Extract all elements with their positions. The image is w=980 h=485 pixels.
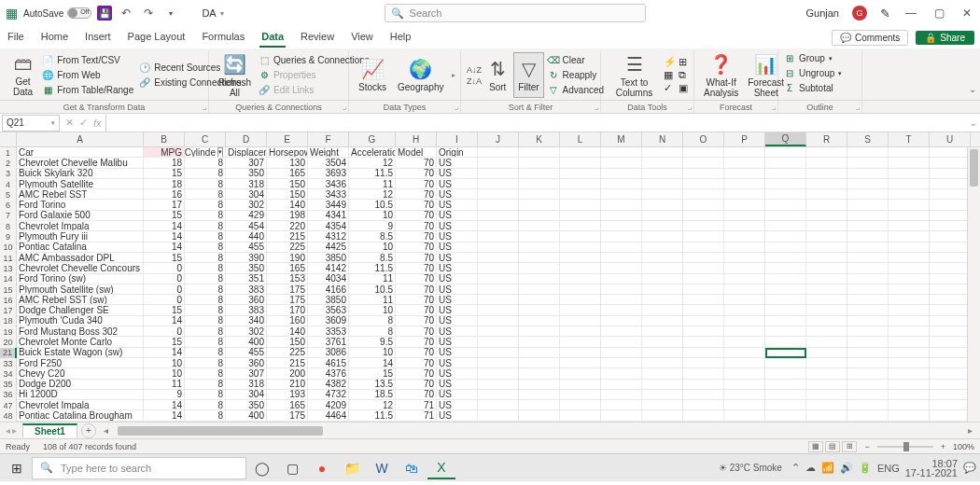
row-header[interactable]: 47 <box>0 400 17 410</box>
cell[interactable] <box>930 242 971 253</box>
row-header[interactable]: 13 <box>0 263 17 273</box>
cell[interactable] <box>601 253 642 263</box>
group-button[interactable]: ⊞Group▾ <box>784 52 856 65</box>
wifi-icon[interactable]: 📶 <box>821 462 834 474</box>
whatif-analysis[interactable]: ❓What-If Analysis <box>700 52 742 98</box>
cell[interactable]: 0 <box>144 295 185 305</box>
cell[interactable]: 318 <box>226 380 267 390</box>
cell[interactable]: 200 <box>267 368 308 379</box>
cell[interactable]: 11 <box>349 274 396 284</box>
cell[interactable]: US <box>437 348 478 358</box>
cell[interactable] <box>642 358 683 368</box>
cell[interactable] <box>889 158 930 168</box>
cell[interactable] <box>806 390 847 400</box>
cell[interactable] <box>765 316 806 326</box>
column-header-K[interactable]: K <box>519 132 560 146</box>
cell[interactable] <box>519 179 560 189</box>
add-sheet-button[interactable]: + <box>81 423 96 438</box>
cell[interactable]: 10 <box>349 348 396 358</box>
cell[interactable]: US <box>437 368 478 379</box>
cell[interactable] <box>478 326 519 337</box>
cell[interactable]: Ford Torino (sw) <box>17 274 144 284</box>
cell[interactable] <box>683 263 724 273</box>
cell[interactable] <box>519 326 560 337</box>
cell[interactable] <box>478 390 519 400</box>
cell[interactable]: 220 <box>267 221 308 231</box>
cell[interactable]: 70 <box>396 284 437 295</box>
cell[interactable] <box>683 179 724 189</box>
row-header[interactable]: 8 <box>0 221 17 231</box>
cell[interactable]: US <box>437 263 478 273</box>
cell[interactable] <box>683 169 724 179</box>
cell[interactable]: Weight <box>308 147 349 158</box>
cell[interactable] <box>478 284 519 295</box>
zoom-level[interactable]: 100% <box>953 442 974 451</box>
cell[interactable] <box>560 274 601 284</box>
cell[interactable] <box>642 390 683 400</box>
cell[interactable]: 10.5 <box>349 200 396 210</box>
cell[interactable]: 70 <box>396 390 437 400</box>
cell[interactable] <box>889 410 930 421</box>
cell[interactable]: 70 <box>396 242 437 253</box>
page-layout-view[interactable]: ▤ <box>825 441 840 452</box>
cell[interactable] <box>683 189 724 200</box>
weather-widget[interactable]: ☀ 23°C Smoke <box>719 463 782 473</box>
notifications-icon[interactable]: 💬 <box>963 462 976 474</box>
cell[interactable] <box>765 337 806 347</box>
tab-insert[interactable]: Insert <box>83 27 113 48</box>
cell[interactable] <box>806 326 847 337</box>
cell[interactable] <box>601 358 642 368</box>
cell[interactable]: 455 <box>226 242 267 253</box>
cell[interactable]: 8 <box>185 400 226 410</box>
zoom-out[interactable]: − <box>864 442 869 451</box>
cell[interactable] <box>806 189 847 200</box>
cell[interactable] <box>478 380 519 390</box>
cell[interactable]: 11 <box>144 380 185 390</box>
cell[interactable] <box>847 358 889 368</box>
cell[interactable] <box>765 410 806 421</box>
cell[interactable] <box>560 390 601 400</box>
cell[interactable]: 160 <box>267 316 308 326</box>
cell[interactable]: Buick Skylark 320 <box>17 169 144 179</box>
cell[interactable] <box>765 295 806 305</box>
cell[interactable] <box>847 348 889 358</box>
cell[interactable] <box>519 284 560 295</box>
cell[interactable] <box>683 211 724 221</box>
cell[interactable] <box>519 221 560 231</box>
cell[interactable] <box>930 368 971 379</box>
column-header-S[interactable]: S <box>847 132 889 146</box>
cell[interactable]: 8 <box>185 295 226 305</box>
cell[interactable] <box>724 221 765 231</box>
volume-icon[interactable]: 🔊 <box>840 462 853 474</box>
cell[interactable] <box>601 242 642 253</box>
cell[interactable] <box>765 348 806 358</box>
cell[interactable] <box>560 179 601 189</box>
horizontal-scrollbar[interactable] <box>118 425 959 436</box>
battery-icon[interactable]: 🔋 <box>859 462 872 474</box>
advanced-filter[interactable]: ▽Advanced <box>548 84 604 97</box>
cell[interactable] <box>560 368 601 379</box>
cell[interactable]: US <box>437 242 478 253</box>
filter-button[interactable]: ▽Filter <box>513 52 543 98</box>
cell[interactable] <box>560 284 601 295</box>
cell[interactable] <box>478 368 519 379</box>
cell[interactable] <box>642 189 683 200</box>
cell[interactable]: 3449 <box>308 200 349 210</box>
cell[interactable] <box>847 316 889 326</box>
cell[interactable]: 4034 <box>308 274 349 284</box>
cell[interactable] <box>642 305 683 315</box>
cell[interactable] <box>519 390 560 400</box>
cell[interactable] <box>560 189 601 200</box>
cell[interactable]: 11 <box>349 179 396 189</box>
cell[interactable] <box>765 326 806 337</box>
cell[interactable]: US <box>437 358 478 368</box>
row-header[interactable]: 20 <box>0 337 17 347</box>
cell[interactable]: 3504 <box>308 158 349 168</box>
cell[interactable] <box>765 368 806 379</box>
cell[interactable] <box>889 231 930 242</box>
cell[interactable]: 14 <box>144 242 185 253</box>
cell[interactable] <box>847 158 889 168</box>
cell[interactable] <box>683 158 724 168</box>
column-header-O[interactable]: O <box>683 132 724 146</box>
cell[interactable] <box>724 410 765 421</box>
